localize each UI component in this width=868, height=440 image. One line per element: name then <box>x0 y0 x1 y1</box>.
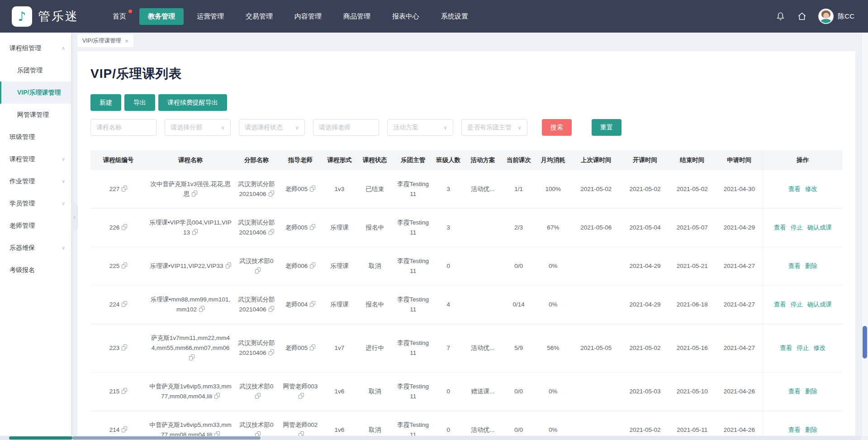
copy-icon[interactable] <box>189 354 194 360</box>
copy-icon[interactable] <box>226 263 231 268</box>
copy-icon[interactable] <box>310 301 315 307</box>
horizontal-scrollbar[interactable] <box>0 436 861 440</box>
nav-item[interactable]: 运营管理 <box>188 8 232 25</box>
filter-input[interactable]: 请选择老师 <box>313 119 379 136</box>
table-row: 225乐理课•VIP11,VIP22,VIP33武汉技术部0老师006乐理课取消… <box>90 247 842 286</box>
notification-dot <box>128 10 132 13</box>
operation-link[interactable]: 停止 <box>791 224 803 231</box>
copy-icon[interactable] <box>255 268 261 273</box>
copy-icon[interactable] <box>310 263 315 268</box>
cell-current-lesson: 0/0 <box>502 247 536 286</box>
operation-link[interactable]: 停止 <box>797 344 809 351</box>
copy-icon[interactable] <box>122 426 127 432</box>
user-menu[interactable]: 陈CC <box>818 9 854 24</box>
table-header-row: 课程组编号课程名称分部名称指导老师课程形式课程状态乐团主管班级人数活动方案当前课… <box>90 150 842 170</box>
cell-teacher: 老师006 <box>278 247 323 286</box>
sidebar-item[interactable]: 课程组管理∧ <box>0 37 71 59</box>
filter-select[interactable]: 活动方案∨ <box>387 119 453 136</box>
nav-item[interactable]: 首页 <box>104 8 135 25</box>
operation-link[interactable]: 删除 <box>805 388 817 395</box>
operation-link[interactable]: 确认成课 <box>807 301 832 308</box>
filter-input[interactable]: 课程名称 <box>90 119 157 136</box>
cell-course-status: 报名中 <box>356 209 393 247</box>
sidebar-item[interactable]: 作业管理∨ <box>0 170 71 192</box>
filter-select[interactable]: 请选择分部∨ <box>165 119 231 136</box>
horizontal-scrollbar-thumb[interactable] <box>72 436 261 440</box>
copy-icon[interactable] <box>122 263 127 268</box>
copy-icon[interactable] <box>269 229 274 235</box>
copy-icon[interactable] <box>192 191 197 196</box>
operation-link[interactable]: 查看 <box>780 344 792 351</box>
horizontal-scrollbar-thumb-left[interactable] <box>9 436 72 440</box>
operation-link[interactable]: 查看 <box>788 263 801 269</box>
operation-link[interactable]: 修改 <box>805 186 817 192</box>
sidebar-item[interactable]: 班级管理 <box>0 126 71 148</box>
sidebar-item[interactable]: 网管课管理 <box>0 104 71 126</box>
copy-icon[interactable] <box>122 301 127 307</box>
copy-icon[interactable] <box>269 349 274 355</box>
vertical-scrollbar[interactable] <box>861 33 868 436</box>
filter-placeholder: 是否有乐团主管 <box>467 124 512 132</box>
operation-link[interactable]: 删除 <box>805 263 817 269</box>
operation-link[interactable]: 查看 <box>774 224 786 231</box>
notification-bell-icon[interactable] <box>775 11 786 22</box>
cell-start-date: 2021-04-29 <box>621 247 669 286</box>
operation-link[interactable]: 查看 <box>788 388 801 395</box>
copy-icon[interactable] <box>122 344 127 350</box>
action-button[interactable]: 导出 <box>124 94 155 111</box>
cell-activity-plan: 赠送课... <box>464 373 502 411</box>
sidebar-item[interactable]: 乐器维保∨ <box>0 237 71 259</box>
operation-link[interactable]: 停止 <box>791 301 803 308</box>
copy-icon[interactable] <box>269 306 274 312</box>
copy-icon[interactable] <box>310 344 315 350</box>
action-button[interactable]: 新建 <box>90 94 121 111</box>
sidebar-collapse-handle[interactable]: ‹ <box>71 203 78 231</box>
copy-icon[interactable] <box>255 393 261 399</box>
copy-icon[interactable] <box>122 388 127 394</box>
copy-icon[interactable] <box>310 224 315 230</box>
sidebar-item[interactable]: 乐团管理 <box>0 59 71 81</box>
operation-link[interactable]: 查看 <box>788 186 801 192</box>
copy-icon[interactable] <box>122 224 127 230</box>
sidebar-item[interactable]: 考级报名 <box>0 259 71 281</box>
sidebar-item[interactable]: 学员管理∨ <box>0 192 71 215</box>
filter-select[interactable]: 请选课程状态∨ <box>239 119 305 136</box>
nav-item[interactable]: 商品管理 <box>335 8 379 25</box>
nav-item[interactable]: 教务管理 <box>139 8 184 25</box>
operation-link[interactable]: 查看 <box>788 426 801 433</box>
column-header: 课程形式 <box>323 150 356 170</box>
action-button[interactable]: 课程续费提醒导出 <box>158 94 227 111</box>
vertical-scrollbar-thumb[interactable] <box>863 326 867 359</box>
app-logo[interactable]: ♪ 管乐迷 <box>12 6 79 27</box>
sidebar-item[interactable]: VIP/乐理课管理 <box>0 81 71 104</box>
nav-item[interactable]: 系统设置 <box>432 8 477 25</box>
operation-link[interactable]: 删除 <box>805 426 817 433</box>
nav-item[interactable]: 内容管理 <box>286 8 330 25</box>
copy-icon[interactable] <box>214 393 220 399</box>
cell-start-date: 2021-04-29 <box>621 286 669 324</box>
sidebar-item[interactable]: 课程管理∨ <box>0 148 71 170</box>
cell-last-lesson-date <box>570 247 621 286</box>
operation-link[interactable]: 确认成课 <box>807 224 832 231</box>
copy-icon[interactable] <box>122 186 127 191</box>
cell-operations: 查看停止修改 <box>763 324 842 373</box>
copy-icon[interactable] <box>299 393 304 399</box>
operation-link[interactable]: 查看 <box>774 301 786 308</box>
nav-item[interactable]: 报表中心 <box>384 8 428 25</box>
sidebar-item[interactable]: 老师管理 <box>0 215 71 237</box>
copy-icon[interactable] <box>199 306 204 312</box>
content-card: VIP/乐理课列表 新建导出课程续费提醒导出 课程名称请选择分部∨请选课程状态∨… <box>77 51 855 440</box>
operation-link[interactable]: 修改 <box>813 344 825 351</box>
copy-icon[interactable] <box>269 191 274 196</box>
close-icon[interactable]: × <box>125 38 128 44</box>
copy-icon[interactable] <box>310 186 315 191</box>
home-icon[interactable] <box>797 11 807 22</box>
reset-button[interactable]: 重置 <box>592 119 621 136</box>
cell-apply-date: 2021-04-30 <box>716 170 763 209</box>
filter-select[interactable]: 是否有乐团主管∨ <box>461 119 527 136</box>
nav-item[interactable]: 交易管理 <box>237 8 281 25</box>
search-button[interactable]: 搜索 <box>542 119 572 136</box>
tab-vip-course[interactable]: VIP/乐理课管理 × <box>77 34 133 47</box>
copy-icon[interactable] <box>192 229 198 235</box>
chevron-down-icon: ∨ <box>62 178 65 184</box>
